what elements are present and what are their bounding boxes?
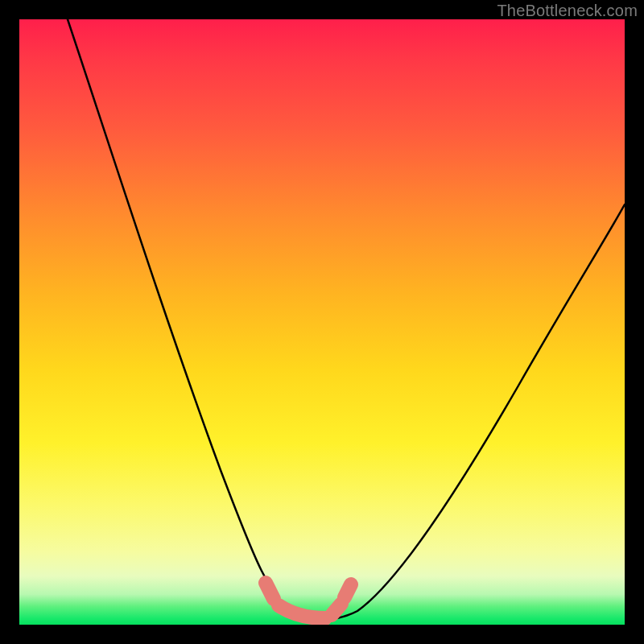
bottleneck-curve	[68, 19, 625, 619]
plot-area	[19, 19, 625, 625]
curve-layer	[19, 19, 625, 625]
optimal-range-marker	[266, 583, 351, 618]
chart-frame: TheBottleneck.com	[0, 0, 644, 644]
watermark-text: TheBottleneck.com	[497, 2, 638, 20]
